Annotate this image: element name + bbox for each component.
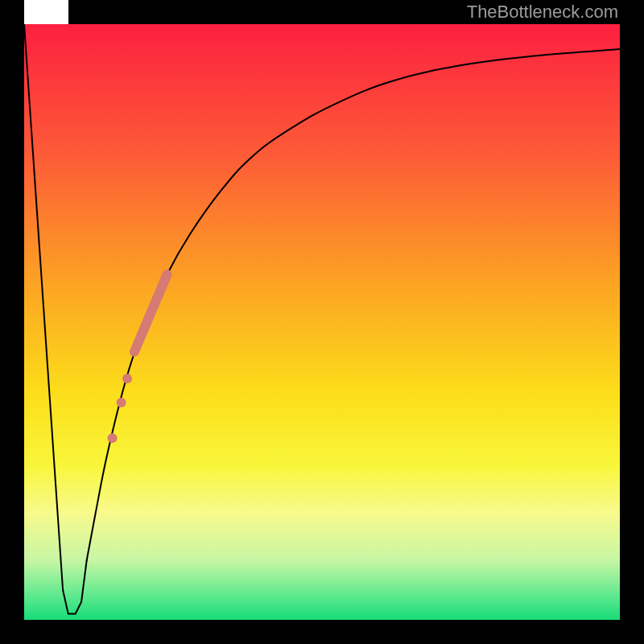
frame-right <box>620 0 644 644</box>
highlight-dots <box>108 374 133 443</box>
highlight-dot <box>117 398 126 407</box>
frame-bottom <box>0 620 644 644</box>
highlight-dot <box>122 374 132 383</box>
highlight-dot <box>108 433 118 443</box>
series-left-drop <box>24 24 87 614</box>
curve-layer <box>24 24 620 620</box>
highlight-band <box>134 275 167 352</box>
frame-notch <box>24 0 68 24</box>
figure-root: TheBottleneck.com <box>0 0 644 644</box>
watermark-text: TheBottleneck.com <box>467 0 644 24</box>
series-rising-curve <box>87 49 620 560</box>
frame-left <box>0 0 24 644</box>
plot-area <box>24 24 620 620</box>
